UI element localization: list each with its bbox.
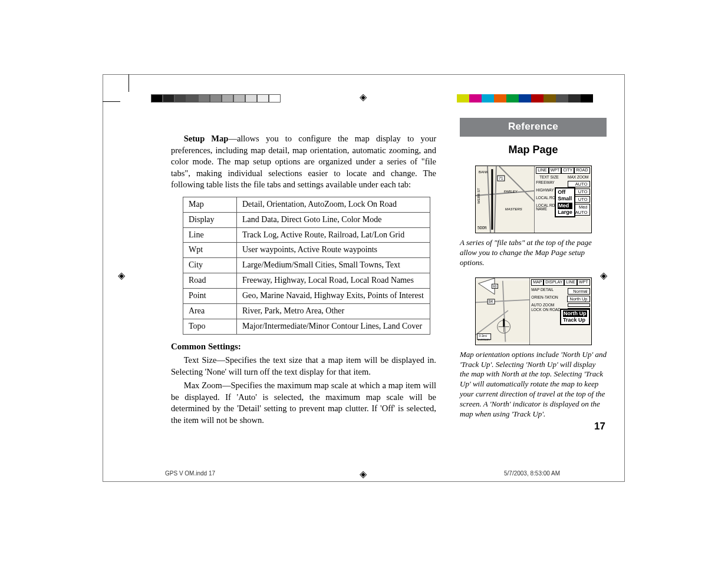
- svg-text:500ft: 500ft: [477, 226, 486, 230]
- svg-text:93: 93: [493, 284, 496, 287]
- crop-mark: [103, 101, 120, 102]
- svg-text:WEBB ST: WEBB ST: [476, 188, 480, 204]
- mini-map-2: 84 93 0.3mi overzoom: [476, 278, 531, 345]
- svg-text:0.3mi: 0.3mi: [479, 334, 486, 338]
- mini-map-1: BANK WEBB ST FARLEY MASTERS 71 500ft: [476, 166, 535, 233]
- grayscale-colorbar: [151, 94, 281, 103]
- svg-text:FARLEY: FARLEY: [503, 190, 518, 193]
- table-row: WptUser waypoints, Active Route waypoint…: [183, 243, 430, 258]
- cmyk-colorbar: [457, 94, 605, 103]
- table-row: PointGeo, Marine Navaid, Highway Exits, …: [183, 289, 430, 304]
- text-size-paragraph: Text Size—Specifies the text size that a…: [171, 355, 436, 378]
- mini-panel-2: MAPDISPLAYLINEWPT MAP DETAILNormalORIEN-…: [530, 278, 591, 345]
- caption-1: A series of "file tabs" at the top of th…: [460, 238, 607, 268]
- svg-text:overzoom: overzoom: [477, 338, 489, 341]
- svg-text:71: 71: [498, 176, 503, 180]
- orientation-menu: North Up Track Up: [560, 309, 590, 326]
- table-row: TopoMajor/Intermediate/Minor Contour Lin…: [183, 319, 430, 334]
- table-row: AreaRiver, Park, Metro Area, Other: [183, 304, 430, 319]
- page-number: 17: [594, 421, 605, 432]
- registration-mark-icon: [360, 470, 370, 480]
- crop-mark: [129, 74, 129, 92]
- text-size-menu: Off Small Med Large: [555, 187, 575, 217]
- screenshot-orientation: 84 93 0.3mi overzoom MAPDISPLAYLINEWPT M…: [475, 277, 592, 345]
- footer-filename: GPS V OM.indd 17: [165, 470, 215, 477]
- registration-mark-icon: [360, 92, 370, 103]
- registration-mark-icon: [118, 271, 129, 282]
- caption-2: Map orientation options include 'North U…: [460, 350, 607, 419]
- map-page-heading: Map Page: [460, 144, 607, 156]
- svg-text:BANK: BANK: [478, 170, 487, 174]
- common-settings-header: Common Settings:: [171, 340, 436, 352]
- footer-timestamp: 5/7/2003, 8:53:00 AM: [504, 470, 560, 477]
- max-zoom-paragraph: Max Zoom—Specifies the maximum map scale…: [171, 380, 436, 426]
- svg-text:84: 84: [488, 299, 493, 303]
- main-text-column: Setup Map—allows you to configure the ma…: [171, 133, 436, 428]
- svg-text:MASTERS: MASTERS: [505, 207, 522, 211]
- table-row: DisplayLand Data, Direct Goto Line, Colo…: [183, 212, 430, 227]
- table-row: MapDetail, Orientation, AutoZoom, Lock O…: [183, 197, 430, 212]
- settings-table: MapDetail, Orientation, AutoZoom, Lock O…: [183, 197, 430, 335]
- mini-panel-1: LINEWPTCITYROAD TEXT SIZE MAX ZOOM FREEW…: [535, 166, 591, 233]
- setup-map-label: Setup Map: [184, 134, 229, 143]
- table-row: CityLarge/Medium/Small Cities, Small Tow…: [183, 258, 430, 273]
- reference-bar: Reference: [460, 118, 607, 137]
- screenshot-file-tabs: BANK WEBB ST FARLEY MASTERS 71 500ft LIN…: [475, 166, 592, 233]
- table-row: RoadFreeway, Highway, Local Road, Local …: [183, 273, 430, 289]
- table-row: LineTrack Log, Active Route, Railroad, L…: [183, 227, 430, 243]
- svg-rect-0: [476, 166, 535, 233]
- sidebar-column: Reference Map Page BANK WEBB ST FARLEY M…: [460, 118, 607, 429]
